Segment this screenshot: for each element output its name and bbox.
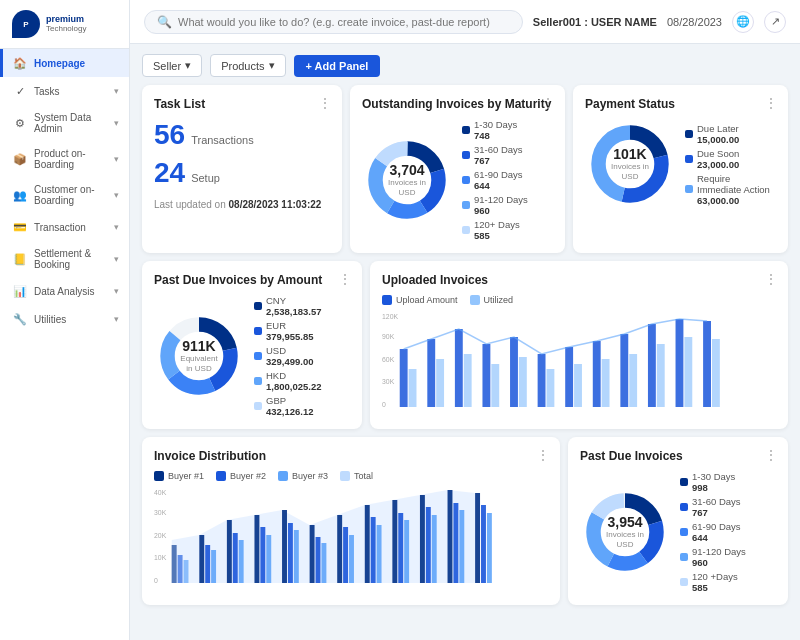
svg-rect-78 (321, 543, 326, 583)
tasks-nav-icon: ✓ (13, 84, 27, 98)
svg-rect-40 (676, 319, 684, 407)
outstanding-donut: 3,704 Invoices in USD (362, 135, 452, 225)
customer-onboarding-chevron: ▾ (114, 190, 119, 200)
task-list-menu[interactable]: ⋮ (318, 95, 332, 111)
outstanding-invoices-title: Outstanding Invoices by Maturity (362, 97, 553, 111)
svg-rect-73 (282, 510, 287, 583)
legend-dot (680, 528, 688, 536)
legend-label: HKD1,800,025.22 (266, 370, 321, 392)
legend-item: 1-30 Days998 (680, 471, 746, 493)
past-due-amount-menu[interactable]: ⋮ (338, 271, 352, 287)
legend-dot (680, 478, 688, 486)
past-due-legend: CNY2,538,183.57 EUR379,955.85 USD329,499… (254, 295, 321, 417)
invoice-distribution-menu[interactable]: ⋮ (536, 447, 550, 463)
svg-rect-68 (233, 533, 238, 583)
sidebar-item-system-data[interactable]: ⚙ System Data Admin ▾ (0, 105, 129, 141)
outstanding-legend: 1-30 Days748 31-60 Days767 61-90 Days644… (462, 119, 528, 241)
legend-label: 31-60 Days767 (692, 496, 741, 518)
seller-select[interactable]: Seller ▾ (142, 54, 202, 77)
svg-rect-71 (260, 527, 265, 583)
bar-legend-dot (340, 471, 350, 481)
svg-rect-76 (310, 525, 315, 583)
svg-rect-74 (288, 523, 293, 583)
search-icon: 🔍 (157, 15, 172, 29)
svg-rect-85 (392, 500, 397, 583)
uploaded-invoices-title: Uploaded Invoices (382, 273, 776, 287)
legend-dot (685, 155, 693, 163)
dist-legend: Buyer #1Buyer #2Buyer #3Total (154, 471, 548, 481)
products-select[interactable]: Products ▾ (210, 54, 285, 77)
past-due-invoices-legend: 1-30 Days998 31-60 Days767 61-90 Days644… (680, 471, 746, 593)
utilities-nav-label: Utilities (34, 314, 66, 325)
settlement-chevron: ▾ (114, 254, 119, 264)
sidebar-item-transaction[interactable]: 💳 Transaction ▾ (0, 213, 129, 241)
legend-label: Require Immediate Action63,000.00 (697, 173, 776, 206)
legend-dot (462, 126, 470, 134)
sidebar-item-customer-onboarding[interactable]: 👥 Customer on-Boarding ▾ (0, 177, 129, 213)
legend-label: 120 +Days585 (692, 571, 738, 593)
svg-rect-77 (316, 537, 321, 583)
past-due-invoices-card: Past Due Invoices ⋮ 3,954 (568, 437, 788, 605)
svg-rect-89 (426, 507, 431, 583)
sidebar-item-utilities[interactable]: 🔧 Utilities ▾ (0, 305, 129, 333)
logo-icon: P (12, 10, 40, 38)
svg-text:90K: 90K (382, 333, 395, 340)
svg-text:30K: 30K (382, 378, 395, 385)
bar-legend-item: Utilized (470, 295, 514, 305)
transaction-chevron: ▾ (114, 222, 119, 232)
outstanding-invoices-menu[interactable]: ⋮ (541, 95, 555, 111)
sidebar: P premium Technology 🏠 Homepage ✓ Tasks … (0, 0, 130, 640)
add-panel-button[interactable]: + Add Panel (294, 55, 381, 77)
product-onboarding-nav-label: Product on-Boarding (34, 148, 107, 170)
past-due-invoices-menu[interactable]: ⋮ (764, 447, 778, 463)
svg-rect-67 (227, 520, 232, 583)
globe-icon[interactable]: 🌐 (732, 11, 754, 33)
data-analysis-chevron: ▾ (114, 286, 119, 296)
bar-legend-item: Total (340, 471, 373, 481)
legend-item: Due Soon23,000.00 (685, 148, 776, 170)
header-right: Seller001 : USER NAME 08/28/2023 🌐 ↗ (533, 11, 786, 33)
svg-text:40K: 40K (154, 489, 167, 496)
legend-label: Due Later15,000.00 (697, 123, 739, 145)
legend-dot (462, 176, 470, 184)
legend-dot (254, 377, 262, 385)
task-updated: Last updated on 08/28/2023 11:03:22 (154, 199, 330, 210)
legend-dot (680, 503, 688, 511)
svg-rect-81 (349, 535, 354, 583)
svg-text:20K: 20K (154, 532, 167, 539)
svg-rect-41 (684, 337, 692, 407)
svg-rect-21 (409, 369, 417, 407)
dashboard-content: Seller ▾ Products ▾ + Add Panel Task Lis… (130, 44, 800, 640)
past-due-invoices-label: 3,954 Invoices in USD (603, 514, 648, 549)
search-input[interactable] (178, 16, 510, 28)
bar-legend-item: Upload Amount (382, 295, 458, 305)
legend-dot (462, 226, 470, 234)
uploaded-chart-svg: 0 30K 60K 90K 120K (382, 309, 776, 409)
sidebar-item-homepage[interactable]: 🏠 Homepage (0, 49, 129, 77)
system-data-nav-label: System Data Admin (34, 112, 107, 134)
legend-item: USD329,499.00 (254, 345, 321, 367)
bar-legend-dot (278, 471, 288, 481)
past-due-invoices-donut-container: 3,954 Invoices in USD 1-30 Days998 31-60… (580, 471, 776, 593)
search-bar[interactable]: 🔍 (144, 10, 523, 34)
legend-item: 120+ Days585 (462, 219, 528, 241)
outstanding-donut-container: 3,704 Invoices in USD 1-30 Days748 31-60… (362, 119, 553, 241)
main-area: 🔍 Seller001 : USER NAME 08/28/2023 🌐 ↗ S… (130, 0, 800, 640)
svg-rect-35 (602, 359, 610, 407)
legend-item: 31-60 Days767 (680, 496, 746, 518)
legend-dot (254, 327, 262, 335)
sidebar-item-product-onboarding[interactable]: 📦 Product on-Boarding ▾ (0, 141, 129, 177)
sidebar-item-settlement[interactable]: 📒 Settlement & Booking ▾ (0, 241, 129, 277)
expand-icon[interactable]: ↗ (764, 11, 786, 33)
sidebar-item-data-analysis[interactable]: 📊 Data Analysis ▾ (0, 277, 129, 305)
svg-rect-94 (475, 493, 480, 583)
svg-text:0: 0 (154, 577, 158, 584)
sidebar-item-tasks[interactable]: ✓ Tasks ▾ (0, 77, 129, 105)
svg-rect-82 (365, 505, 370, 583)
task-transactions: 56 Transactions (154, 119, 330, 151)
uploaded-invoices-menu[interactable]: ⋮ (764, 271, 778, 287)
svg-rect-36 (620, 334, 628, 407)
past-due-amount-title: Past Due Invoices by Amount (154, 273, 350, 287)
payment-status-menu[interactable]: ⋮ (764, 95, 778, 111)
svg-rect-43 (712, 339, 720, 407)
